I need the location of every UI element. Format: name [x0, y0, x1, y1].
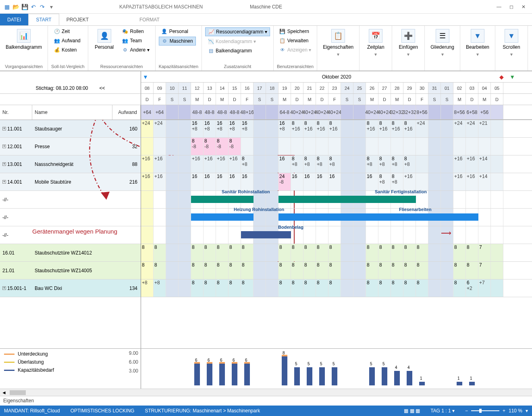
day-cell: 18 [266, 83, 278, 93]
aufwand-button[interactable]: 👥Aufwand [51, 37, 83, 45]
close-icon[interactable]: ✕ [522, 4, 526, 10]
kosten-button[interactable]: 💰Kosten [51, 46, 83, 54]
open-icon[interactable]: 📂 [12, 3, 19, 10]
capacity-bar: 6 [232, 364, 237, 385]
machine-icon: ⚙ [162, 38, 168, 44]
col-nr[interactable]: Nr. [0, 105, 32, 120]
summary-row-header: +64+6448-848-848-848-848+1664-840+2440+2… [141, 105, 532, 120]
resource-row[interactable]: -//- [0, 209, 141, 226]
gantt-row: 88888888888888888887 [141, 244, 532, 262]
group-caption: Soll-Ist-Vergleich [51, 63, 85, 70]
gliederung-button[interactable]: ☰Gliederung▾ [428, 27, 457, 59]
qat-more-icon[interactable]: ▾ [48, 3, 55, 10]
gantt-bar[interactable] [278, 213, 478, 221]
quick-access-toolbar: ▦ 📂 💾 ↶ ↷ ▾ [0, 3, 55, 10]
day-cell: 31 [428, 83, 441, 93]
weekday-cell: D [466, 94, 478, 105]
gantt-bar[interactable] [191, 213, 254, 221]
minimize-icon[interactable]: — [497, 4, 501, 10]
scrollen-button[interactable]: ▼Scrollen▾ [499, 27, 524, 59]
kostendiagramm-button[interactable]: 📉Kostendiagramm ▾ [205, 37, 270, 46]
speichern-button[interactable]: 💾Speichern [277, 27, 314, 35]
save-view-icon: 💾 [279, 28, 286, 35]
capacity-bar: 1 [419, 382, 425, 385]
resource-row[interactable]: -//- [0, 191, 141, 209]
day-cell: 12 [191, 83, 204, 93]
cap-personal-button[interactable]: 👤Personal [159, 27, 196, 35]
resource-row[interactable]: + 15.001-1Bau WC Dixi134 [0, 279, 141, 297]
anzeigen-button[interactable]: 👁Anzeigen ▾ [277, 46, 314, 54]
gantt-grid[interactable]: +24+2416+816+816+816+816+816+88+168+168+… [141, 120, 532, 348]
redo-icon[interactable]: ↷ [39, 3, 46, 10]
tab-format[interactable]: FORMAT [132, 14, 167, 25]
team-button[interactable]: 👥Team [120, 37, 152, 45]
resource-row[interactable]: + 14.001Mobile Staubtüre216 [0, 173, 141, 191]
properties-panel[interactable]: Eigenschaften [0, 396, 532, 406]
resource-row[interactable]: 16.01Staubschutztüre WZ14012 [0, 244, 141, 262]
weekday-cell: M [478, 94, 491, 105]
weekday-cell: D [204, 94, 216, 105]
capacity-bar: 5 [294, 367, 300, 385]
status-mandant: MANDANT: Rillsoft_Cloud [4, 408, 60, 414]
ressourcendiagramm-button[interactable]: 📈Ressourcendiagramm ▾ [205, 27, 270, 36]
day-cell: 03 [466, 83, 478, 93]
verwalten-button[interactable]: 📋Verwalten [277, 37, 314, 45]
tab-projekt[interactable]: PROJEKT [59, 14, 96, 25]
nav-prev-button[interactable]: << [100, 85, 105, 91]
balkendiagramm-button[interactable]: 📊Balkendiagramm [3, 27, 44, 52]
expand-icon[interactable]: + [2, 286, 6, 290]
bearbeiten-button[interactable]: ▼Bearbeiten▾ [463, 27, 492, 59]
gantt-bar[interactable] [278, 196, 416, 203]
zoom-control[interactable]: −+ 110 %▾ [465, 408, 528, 414]
weekday-cell: D [491, 94, 503, 105]
horizontal-scrollbar[interactable]: ◄ [0, 389, 532, 396]
save-icon[interactable]: 💾 [21, 3, 28, 10]
fliesen-arrow-icon: ⟶ [441, 229, 451, 238]
rollen-button[interactable]: 🎭Rollen [120, 27, 152, 35]
weekday-cell: M [391, 94, 403, 105]
cap-maschinen-button[interactable]: ⚙Maschinen [159, 37, 196, 46]
titlebar: ▦ 📂 💾 ↶ ↷ ▾ KAPAZITäTSABGLEICH MASCHINEN… [0, 0, 532, 14]
gantt-bar[interactable] [191, 196, 254, 203]
balkendiagramm2-button[interactable]: ▤Balkendiagramm [205, 47, 270, 55]
status-icons[interactable]: ▦ ▦ ▦ [404, 408, 420, 414]
expand-icon[interactable]: + [2, 162, 6, 166]
expand-icon[interactable]: + [2, 145, 6, 148]
day-cell: 28 [391, 83, 403, 93]
weekday-cell: S [166, 94, 179, 105]
expand-icon[interactable]: + [2, 127, 6, 130]
col-aufwand[interactable]: Aufwand [112, 105, 141, 120]
resource-row[interactable]: + 13.001Nassschneidgerät88 [0, 155, 141, 173]
status-scale[interactable]: TAG 1 : 1 ▾ [430, 408, 455, 414]
bar-chart-icon: ▤ [208, 48, 214, 54]
chart-area: 66666855555544111 [141, 349, 532, 389]
day-cell: 15 [229, 83, 241, 93]
group-caption: Zusatzansicht [205, 63, 270, 70]
maximize-icon[interactable]: ◻ [509, 4, 513, 10]
capacity-bar: 5 [319, 367, 325, 385]
day-cell: 23 [328, 83, 341, 93]
gantt-bar[interactable] [241, 231, 291, 238]
zeitplan-button[interactable]: 📅Zeitplan▾ [363, 27, 389, 59]
resource-row[interactable]: + 12.001Presse32 [0, 138, 141, 155]
resource-row[interactable]: 21.01Staubschutztüre WZ14005 [0, 262, 141, 279]
legend-swatch [4, 362, 15, 363]
tab-start[interactable]: START [28, 14, 59, 25]
tab-datei[interactable]: DATEI [0, 14, 28, 25]
capacity-bar: 6 [207, 364, 212, 385]
einfuegen-button[interactable]: ➕Einfügen▾ [395, 27, 421, 59]
eigenschaften-button[interactable]: 📋Eigenschaften▾ [320, 27, 356, 59]
personal-button[interactable]: 👤Personal [91, 27, 117, 52]
resource-row[interactable]: + 11.001Staubsauger160 [0, 120, 141, 138]
day-cell: 21 [303, 83, 316, 93]
capacity-bar: 4 [407, 371, 412, 385]
capacity-bar: 5 [382, 367, 387, 385]
zeit-button[interactable]: 🕐Zeit [51, 27, 83, 35]
day-cell: 09 [154, 83, 166, 93]
expand-icon[interactable]: + [2, 180, 6, 184]
team-icon: 👥 [122, 37, 129, 44]
personal-icon: 👤 [98, 29, 111, 43]
undo-icon[interactable]: ↶ [30, 3, 37, 10]
col-name[interactable]: Name [32, 105, 112, 120]
andere-button[interactable]: ⚙Andere ▾ [120, 46, 152, 54]
